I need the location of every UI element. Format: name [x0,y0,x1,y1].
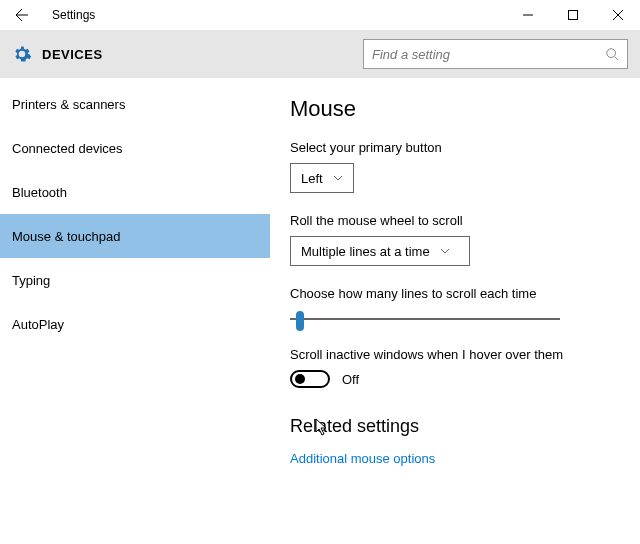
sidebar-item-label: Printers & scanners [12,97,125,112]
maximize-icon [568,10,578,20]
sidebar-item-bluetooth[interactable]: Bluetooth [0,170,270,214]
search-icon [605,47,619,61]
search-box[interactable] [363,39,628,69]
window-title: Settings [52,8,95,22]
dropdown-value: Left [301,171,323,186]
sidebar: Printers & scanners Connected devices Bl… [0,78,270,544]
close-button[interactable] [595,0,640,30]
dropdown-value: Multiple lines at a time [301,244,430,259]
additional-mouse-options-link[interactable]: Additional mouse options [290,451,620,466]
section-label: DEVICES [42,47,103,62]
minimize-button[interactable] [505,0,550,30]
back-button[interactable] [10,3,34,27]
scroll-method-label: Roll the mouse wheel to scroll [290,213,620,228]
inactive-scroll-label: Scroll inactive windows when I hover ove… [290,347,620,362]
lines-slider[interactable] [290,309,560,329]
maximize-button[interactable] [550,0,595,30]
inactive-scroll-toggle[interactable] [290,370,330,388]
header: DEVICES [0,30,640,78]
window-controls [505,0,640,30]
minimize-icon [523,10,533,20]
sidebar-item-mouse[interactable]: Mouse & touchpad [0,214,270,258]
slider-thumb[interactable] [296,311,304,331]
close-icon [613,10,623,20]
slider-track [290,318,560,320]
chevron-down-icon [333,175,343,181]
chevron-down-icon [440,248,450,254]
gear-icon [12,44,32,64]
lines-label: Choose how many lines to scroll each tim… [290,286,620,301]
svg-rect-0 [568,11,577,20]
primary-button-dropdown[interactable]: Left [290,163,354,193]
titlebar: Settings [0,0,640,30]
svg-point-1 [607,49,616,58]
toggle-knob [295,374,305,384]
primary-button-label: Select your primary button [290,140,620,155]
sidebar-item-label: Connected devices [12,141,123,156]
page-title: Mouse [290,96,620,122]
search-input[interactable] [372,47,605,62]
back-arrow-icon [14,7,30,23]
sidebar-item-connected[interactable]: Connected devices [0,126,270,170]
sidebar-item-autoplay[interactable]: AutoPlay [0,302,270,346]
sidebar-item-label: Mouse & touchpad [12,229,120,244]
scroll-method-dropdown[interactable]: Multiple lines at a time [290,236,470,266]
sidebar-item-label: Bluetooth [12,185,67,200]
main-content: Mouse Select your primary button Left Ro… [270,78,640,544]
toggle-state-text: Off [342,372,359,387]
sidebar-item-label: AutoPlay [12,317,64,332]
related-heading: Related settings [290,416,620,437]
sidebar-item-label: Typing [12,273,50,288]
sidebar-item-printers[interactable]: Printers & scanners [0,82,270,126]
sidebar-item-typing[interactable]: Typing [0,258,270,302]
